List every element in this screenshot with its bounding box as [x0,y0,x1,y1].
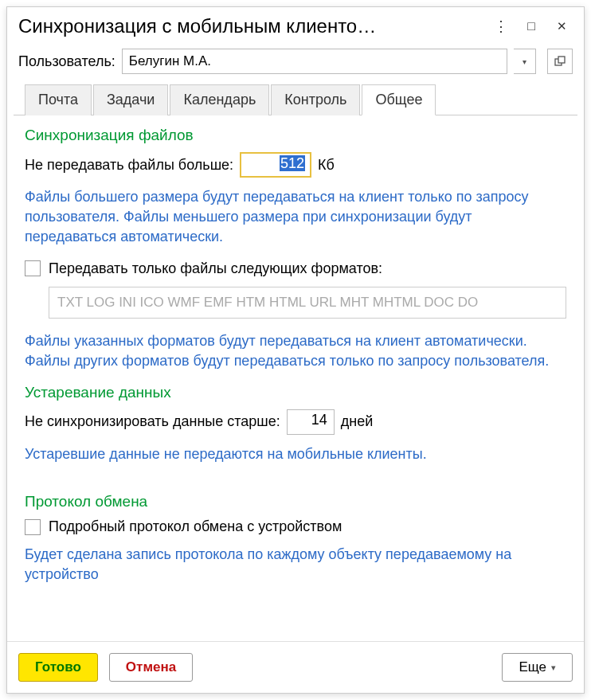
formats-checkbox-label: Передавать только файлы следующих формат… [49,260,382,277]
close-icon[interactable] [555,20,568,33]
tab-mail[interactable]: Почта [25,84,92,115]
days-input[interactable]: 14 [287,409,335,435]
user-popup-button[interactable] [547,49,573,74]
tab-general[interactable]: Общее [362,84,436,115]
formats-input[interactable]: TXT LOG INI ICO WMF EMF HTM HTML URL MHT… [49,287,566,319]
footer: Готово Отмена Еще [7,641,584,693]
formats-checkbox[interactable] [25,260,41,276]
user-select[interactable]: Белугин М.А. [122,49,507,74]
tab-tasks[interactable]: Задачи [93,84,168,115]
verbose-checkbox-label: Подробный протокол обмена с устройством [49,518,342,535]
titlebar-controls [485,20,573,33]
content-area: Синхронизация файлов Не передавать файлы… [7,115,584,641]
days-label: Не синхронизировать данные старше: [25,413,280,430]
cancel-button[interactable]: Отмена [109,653,193,682]
popup-icon [554,56,566,67]
protocol-title: Протокол обмена [25,493,566,510]
tabs: Почта Задачи Календарь Контроль Общее [14,84,577,115]
tab-calendar[interactable]: Календарь [170,84,269,115]
user-row: Пользователь: Белугин М.А. ▾ [7,42,584,84]
user-select-value: Белугин М.А. [129,53,211,69]
verbose-checkbox-row: Подробный протокол обмена с устройством [25,518,566,535]
file-sync-title: Синхронизация файлов [25,127,566,144]
user-label: Пользователь: [18,53,115,70]
file-size-unit: Кб [318,157,335,174]
file-size-row: Не передавать файлы больше: 512 Кб [25,152,566,178]
window-title: Синхронизация с мобильным клиенто… [18,15,485,37]
days-hint: Устаревшие данные не передаются на мобил… [25,444,566,464]
file-size-input[interactable]: 512 [240,152,311,178]
maximize-icon[interactable] [525,20,538,33]
tab-control[interactable]: Контроль [271,84,360,115]
verbose-checkbox[interactable] [25,519,41,535]
file-size-label: Не передавать файлы больше: [25,157,233,174]
days-row: Не синхронизировать данные старше: 14 дн… [25,409,566,435]
dialog-window: Синхронизация с мобильным клиенто… Польз… [6,6,585,694]
verbose-hint: Будет сделана запись протокола по каждом… [25,545,566,585]
days-unit: дней [341,413,374,430]
menu-icon[interactable] [495,20,507,33]
formats-placeholder: TXT LOG INI ICO WMF EMF HTM HTML URL MHT… [57,295,478,311]
formats-hint: Файлы указанных форматов будут передават… [25,331,566,371]
svg-rect-1 [558,57,565,63]
formats-checkbox-row: Передавать только файлы следующих формат… [25,260,566,277]
more-button[interactable]: Еще [502,653,573,682]
user-dropdown-button[interactable]: ▾ [514,49,536,74]
titlebar: Синхронизация с мобильным клиенто… [7,7,584,42]
data-aging-title: Устаревание данных [25,384,566,401]
file-size-hint: Файлы большего размера будут передаватьс… [25,187,566,248]
ok-button[interactable]: Готово [18,653,98,682]
